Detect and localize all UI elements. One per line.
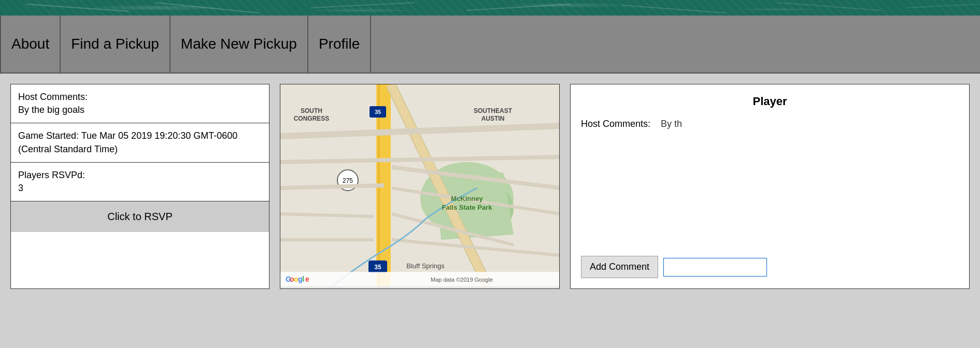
svg-line-0 [26,4,130,11]
players-rsvpd-value: 3 [18,183,23,193]
svg-text:McKinney: McKinney [451,195,483,202]
svg-text:275: 275 [343,177,353,184]
host-comments-value: By the big goals [18,105,84,115]
svg-text:SOUTHEAST: SOUTHEAST [474,107,513,114]
header-banner [0,0,980,16]
svg-line-4 [622,5,726,13]
add-comment-button[interactable]: Add Comment [581,256,658,278]
svg-text:CONGRESS: CONGRESS [294,115,330,122]
players-rsvpd-label: Players RSVPd: [18,170,85,180]
svg-text:Bluff Springs: Bluff Springs [406,262,445,270]
svg-text:SOUTH: SOUTH [301,107,322,114]
game-info-panel: Host Comments: By the big goals Game Sta… [10,84,269,289]
svg-text:Falls State Park: Falls State Park [442,204,493,211]
player-panel: Player Host Comments: By th Add Comment [570,84,970,289]
host-comments-cell: Host Comments: By the big goals [11,84,269,123]
svg-text:e: e [305,275,309,283]
nav-item-about[interactable]: About [0,16,61,72]
main-content: Host Comments: By the big goals Game Sta… [0,74,980,299]
svg-line-3 [466,4,570,10]
player-panel-header: Player [581,95,959,108]
svg-rect-38 [280,272,560,286]
svg-line-5 [777,3,881,10]
player-host-comments-value: By th [661,119,682,129]
players-rsvpd-cell: Players RSVPd: 3 [11,163,269,201]
game-started-label: Game Started: [18,130,79,141]
nav-item-make-pickup[interactable]: Make New Pickup [171,16,308,72]
svg-line-1 [155,3,259,13]
svg-text:l: l [302,275,304,283]
player-comments-row: Host Comments: By th [581,119,959,129]
game-started-cell: Game Started: Tue Mar 05 2019 19:20:30 G… [11,123,269,162]
comment-input[interactable] [663,258,767,277]
svg-text:35: 35 [374,264,381,271]
rsvp-button[interactable]: Click to RSVP [11,201,269,232]
nav-item-find-pickup[interactable]: Find a Pickup [61,16,171,72]
add-comment-row: Add Comment [581,256,959,278]
host-comments-label: Host Comments: [18,92,88,102]
player-host-comments-label: Host Comments: [581,119,650,129]
svg-line-2 [311,3,415,8]
svg-text:Map data ©2019 Google: Map data ©2019 Google [431,277,493,283]
svg-text:AUSTIN: AUSTIN [481,115,505,122]
svg-line-22 [280,185,384,188]
nav-item-profile[interactable]: Profile [308,16,371,72]
nav-bar: About Find a Pickup Make New Pickup Prof… [0,16,980,74]
svg-line-6 [907,4,980,8]
svg-text:35: 35 [375,109,381,115]
map-panel: 35 275 SOUTH CONGRESS [280,84,560,289]
